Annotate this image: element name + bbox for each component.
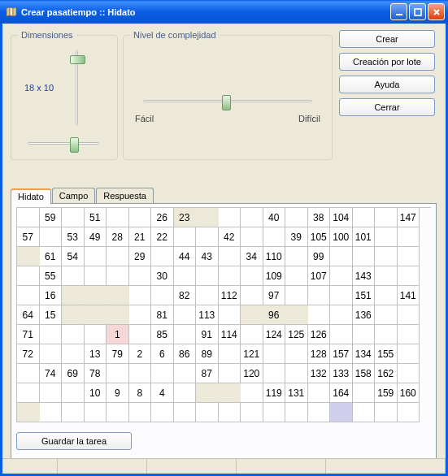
grid-cell[interactable]: 96: [263, 305, 286, 325]
grid-cell[interactable]: [353, 208, 376, 227]
grid-cell[interactable]: [174, 364, 197, 383]
grid-cell[interactable]: [330, 325, 353, 344]
grid-cell[interactable]: 104: [330, 208, 353, 227]
grid-cell[interactable]: [85, 305, 107, 325]
grid-cell[interactable]: [219, 403, 241, 422]
grid-cell[interactable]: [285, 344, 308, 364]
grid-cell[interactable]: [40, 403, 63, 422]
grid-cell[interactable]: 164: [330, 383, 353, 403]
grid-cell[interactable]: 86: [174, 344, 197, 364]
grid-cell[interactable]: 121: [241, 344, 263, 364]
grid-cell[interactable]: 53: [62, 227, 85, 247]
complexity-slider[interactable]: [138, 93, 317, 110]
grid-cell[interactable]: [62, 383, 85, 403]
grid-cell[interactable]: [330, 305, 353, 325]
grid-cell[interactable]: 42: [219, 227, 241, 247]
grid-cell[interactable]: [17, 208, 40, 227]
grid-cell[interactable]: [40, 325, 63, 344]
grid-cell[interactable]: [129, 403, 152, 422]
grid-cell[interactable]: 34: [241, 247, 263, 266]
grid-cell[interactable]: [263, 364, 286, 383]
grid-cell[interactable]: [263, 227, 286, 247]
grid-cell[interactable]: [219, 208, 241, 227]
grid-cell[interactable]: 158: [353, 364, 376, 383]
batch-create-button[interactable]: Creación por lote: [339, 53, 435, 71]
tab-hidato[interactable]: Hidato: [11, 188, 51, 204]
grid-cell[interactable]: [353, 403, 376, 422]
grid-cell[interactable]: 38: [308, 208, 331, 227]
grid-cell[interactable]: 9: [107, 383, 129, 403]
grid-cell[interactable]: 72: [17, 344, 40, 364]
grid-cell[interactable]: 79: [107, 344, 129, 364]
grid-cell[interactable]: [174, 325, 197, 344]
grid-cell[interactable]: 23: [174, 208, 197, 227]
grid-cell[interactable]: [241, 305, 263, 325]
grid-cell[interactable]: [85, 266, 107, 286]
grid-cell[interactable]: 81: [151, 305, 174, 325]
grid-cell[interactable]: [241, 325, 263, 344]
grid-cell[interactable]: [375, 403, 398, 422]
grid-cell[interactable]: [285, 247, 308, 266]
grid-cell[interactable]: 136: [353, 305, 376, 325]
grid-cell[interactable]: [107, 305, 129, 325]
grid-cell[interactable]: 125: [285, 325, 308, 344]
grid-cell[interactable]: [62, 305, 85, 325]
grid-cell[interactable]: [17, 364, 40, 383]
grid-cell[interactable]: 133: [330, 364, 353, 383]
grid-cell[interactable]: [308, 305, 331, 325]
grid-cell[interactable]: 49: [85, 227, 107, 247]
grid-cell[interactable]: [285, 403, 308, 422]
grid-cell[interactable]: 10: [85, 383, 107, 403]
grid-cell[interactable]: [62, 403, 85, 422]
grid-cell[interactable]: 30: [151, 266, 174, 286]
grid-cell[interactable]: [62, 286, 85, 305]
grid-cell[interactable]: 55: [40, 266, 63, 286]
grid-cell[interactable]: [375, 286, 398, 305]
grid-cell[interactable]: [263, 344, 286, 364]
grid-cell[interactable]: 16: [40, 286, 63, 305]
grid-cell[interactable]: [285, 364, 308, 383]
grid-cell[interactable]: 159: [375, 383, 398, 403]
grid-cell[interactable]: [219, 364, 241, 383]
grid-cell[interactable]: 97: [263, 286, 286, 305]
grid-cell[interactable]: 39: [285, 227, 308, 247]
grid-cell[interactable]: 100: [330, 227, 353, 247]
grid-cell[interactable]: 141: [398, 286, 420, 305]
grid-cell[interactable]: 162: [375, 364, 398, 383]
grid-cell[interactable]: 155: [375, 344, 398, 364]
grid-cell[interactable]: 105: [308, 227, 331, 247]
grid-cell[interactable]: 43: [196, 247, 219, 266]
dimensions-vertical-slider[interactable]: [68, 47, 86, 128]
grid-cell[interactable]: [375, 305, 398, 325]
grid-cell[interactable]: 69: [62, 364, 85, 383]
grid-cell[interactable]: [17, 247, 40, 266]
grid-cell[interactable]: 82: [174, 286, 197, 305]
grid-cell[interactable]: [398, 227, 420, 247]
grid-cell[interactable]: [174, 305, 197, 325]
grid-cell[interactable]: 112: [219, 286, 241, 305]
grid-cell[interactable]: [330, 247, 353, 266]
grid-cell[interactable]: 124: [263, 325, 286, 344]
grid-cell[interactable]: 13: [85, 344, 107, 364]
grid-cell[interactable]: 131: [285, 383, 308, 403]
grid-cell[interactable]: [196, 227, 219, 247]
grid-cell[interactable]: 132: [308, 364, 331, 383]
grid-cell[interactable]: [330, 286, 353, 305]
grid-cell[interactable]: [398, 344, 420, 364]
grid-cell[interactable]: [17, 403, 40, 422]
grid-cell[interactable]: 51: [85, 208, 107, 227]
grid-cell[interactable]: [196, 286, 219, 305]
grid-cell[interactable]: [330, 266, 353, 286]
close-dialog-button[interactable]: Cerrar: [339, 98, 435, 116]
grid-cell[interactable]: 40: [263, 208, 286, 227]
grid-cell[interactable]: [241, 403, 263, 422]
grid-cell[interactable]: [174, 266, 197, 286]
grid-cell[interactable]: [17, 383, 40, 403]
create-button[interactable]: Crear: [339, 30, 435, 48]
grid-cell[interactable]: [375, 227, 398, 247]
grid-cell[interactable]: [353, 383, 376, 403]
grid-cell[interactable]: [107, 266, 129, 286]
grid-cell[interactable]: [398, 325, 420, 344]
grid-cell[interactable]: [196, 208, 219, 227]
grid-cell[interactable]: [375, 266, 398, 286]
